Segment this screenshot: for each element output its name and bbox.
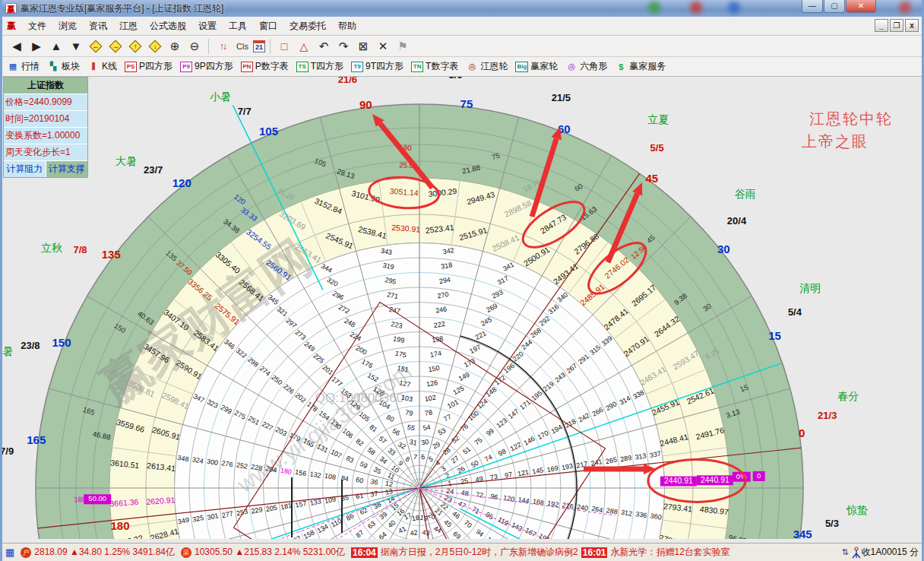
index-quote-1[interactable]: 10305.50 ▲215.83 2.14% 5231.00亿	[195, 546, 345, 559]
menu-item-文件[interactable]: 文件	[22, 17, 52, 35]
svg-text:2440.91: 2440.91	[664, 476, 693, 485]
flag-tool-button[interactable]: ⚑	[394, 38, 412, 55]
svg-text:清明: 清明	[799, 282, 821, 294]
shift-down-button[interactable]: ↓	[146, 38, 164, 55]
svg-text:21/6: 21/6	[338, 77, 357, 85]
desktop-blob	[728, 2, 740, 14]
menu-item-江恩[interactable]: 江恩	[113, 17, 144, 35]
menu-item-工具[interactable]: 工具	[223, 17, 253, 35]
close-button[interactable]: ✕	[846, 0, 876, 13]
red-triangle-tool-button[interactable]: △	[295, 38, 313, 55]
mdi-button-1[interactable]: ❐	[890, 19, 903, 32]
menu-logo-icon: 赢	[5, 20, 17, 32]
mdi-button-2[interactable]: x	[905, 19, 919, 32]
shift-up-button[interactable]: ↑	[126, 38, 144, 55]
cross-tool-button[interactable]: ✕	[374, 38, 392, 55]
svg-text:5/5: 5/5	[650, 142, 664, 154]
tool-9p-square[interactable]: P99P四方形	[180, 60, 233, 73]
menu-item-公式选股[interactable]: 公式选股	[144, 17, 192, 35]
menu-item-帮助[interactable]: 帮助	[332, 17, 362, 35]
svg-text:96: 96	[490, 493, 499, 502]
tool-9t-square[interactable]: T99T四方形	[351, 60, 403, 73]
tool-kline[interactable]: ⫼K线	[87, 60, 117, 73]
shift-right-button[interactable]: →	[106, 38, 125, 55]
maximize-button[interactable]: ▢	[824, 0, 845, 13]
tool-t-table[interactable]: TNT数字表	[411, 60, 458, 73]
news-item-0[interactable]: 据南方日报，2月5日0-12时，广东新增确诊病例2	[381, 546, 578, 559]
svg-text:大暑: 大暑	[115, 155, 137, 167]
tool-winner-service[interactable]: $赢家服务	[615, 60, 666, 73]
bankuai-icon: ▚	[47, 62, 59, 72]
menu-item-资讯[interactable]: 资讯	[83, 17, 113, 35]
index-quote-0[interactable]: 2818.09 ▲34.80 1.25% 3491.84亿	[34, 546, 175, 559]
menu-item-窗口[interactable]: 窗口	[253, 17, 283, 35]
desktop-blob	[690, 2, 702, 14]
pointer-up-button[interactable]: ▲	[47, 38, 65, 55]
9t-square-label: 9T四方形	[365, 60, 403, 73]
svg-text:48: 48	[460, 489, 470, 498]
calc-support-button[interactable]: 计算支撑	[46, 161, 88, 177]
tool-gann-wheel[interactable]: ◎江恩轮	[466, 60, 508, 73]
tool-p-table[interactable]: PNP数字表	[241, 60, 289, 73]
svg-text:15: 15	[768, 329, 781, 342]
svg-text:12: 12	[384, 480, 394, 489]
svg-text:31: 31	[409, 438, 418, 447]
svg-text:45: 45	[645, 172, 658, 185]
panel-row-1: 时间=20190104	[4, 111, 87, 128]
svg-text:105: 105	[259, 125, 278, 138]
tool-hexagon[interactable]: ◎六角形	[565, 60, 607, 73]
p-square-icon: PS	[125, 62, 137, 72]
tool-winner-wheel[interactable]: Big赢家轮	[515, 60, 558, 73]
forward-button[interactable]: ▶	[27, 38, 46, 55]
chart-note-line2: 上帝之眼	[802, 132, 869, 152]
svg-text:55: 55	[407, 423, 416, 433]
news-time-0: 16:04	[351, 547, 378, 558]
9p-square-icon: P9	[180, 62, 192, 72]
updown-axis-button[interactable]: ↑↓	[214, 38, 232, 55]
svg-text:75: 75	[460, 97, 473, 110]
news-item-1[interactable]: 永新光学：捐赠12台套实验室	[610, 546, 729, 559]
hexagon-icon: ◎	[565, 62, 578, 72]
svg-text:180: 180	[74, 495, 86, 504]
calendar-button[interactable]: 21	[253, 40, 265, 52]
back-button[interactable]: ◀	[8, 38, 26, 55]
shift-left-button[interactable]: ←	[87, 38, 105, 55]
box-x-tool-button[interactable]: ⊠	[354, 38, 372, 55]
tool-t-square[interactable]: TST四方形	[296, 60, 343, 73]
9t-square-icon: T9	[351, 62, 363, 72]
cls-button[interactable]: Cls	[233, 38, 252, 55]
tool-p-square[interactable]: PSP四方形	[125, 60, 172, 73]
red-square-tool-button[interactable]: □	[275, 38, 293, 55]
pointer-down-button[interactable]: ▼	[67, 38, 85, 55]
svg-text:0: 0	[757, 471, 761, 480]
mdi-button-0[interactable]: _	[875, 19, 888, 32]
tool-bankuai[interactable]: ▚板块	[47, 60, 80, 73]
svg-text:立秋: 立秋	[41, 242, 62, 254]
calc-resistance-button[interactable]: 计算阻力	[4, 161, 46, 177]
quote-panel: 上证指数 价格=2440.9099时间=20190104变换系数=1.00000…	[3, 77, 88, 178]
svg-text:18: 18	[411, 514, 420, 523]
menu-bar: 赢 文件浏览资讯江恩公式选股设置工具窗口交易委托帮助 _❐x	[2, 17, 922, 36]
menu-item-交易委托[interactable]: 交易委托	[283, 17, 332, 35]
rotate-cw-button[interactable]: ↷	[334, 38, 353, 55]
market-grid-icon[interactable]: ▦	[5, 547, 14, 558]
zoom-out-button[interactable]: ⊖	[185, 38, 204, 55]
kline-icon: ⫼	[87, 62, 100, 72]
svg-text:21/3: 21/3	[818, 410, 837, 421]
gann-wheel-chart[interactable]: 上证指数 价格=2440.9099时间=20190104变换系数=1.00000…	[2, 77, 922, 543]
zoom-in-button[interactable]: ⊕	[166, 38, 184, 55]
hexagon-label: 六角形	[580, 60, 607, 73]
gann-wheel-svg[interactable]: 赢家财富网www.yingjia360.comQQ:10080036012345…	[2, 77, 922, 539]
svg-text:24: 24	[446, 487, 455, 496]
menu-item-设置[interactable]: 设置	[192, 17, 223, 35]
news-scroll-spinner[interactable]: ⇅	[841, 547, 848, 557]
minimize-button[interactable]: —	[802, 0, 823, 13]
rotate-ccw-button[interactable]: ↶	[315, 38, 333, 55]
tool-hangqing[interactable]: ▦行情	[7, 60, 40, 73]
svg-text:23/8: 23/8	[21, 340, 40, 351]
svg-text:37: 37	[370, 490, 379, 499]
svg-text:春分: 春分	[837, 390, 859, 402]
t-table-label: T数字表	[426, 60, 458, 73]
status-bar: ▦ 户2818.09 ▲34.80 1.25% 3491.84亿采10305.5…	[2, 543, 922, 561]
menu-item-浏览[interactable]: 浏览	[52, 17, 83, 35]
